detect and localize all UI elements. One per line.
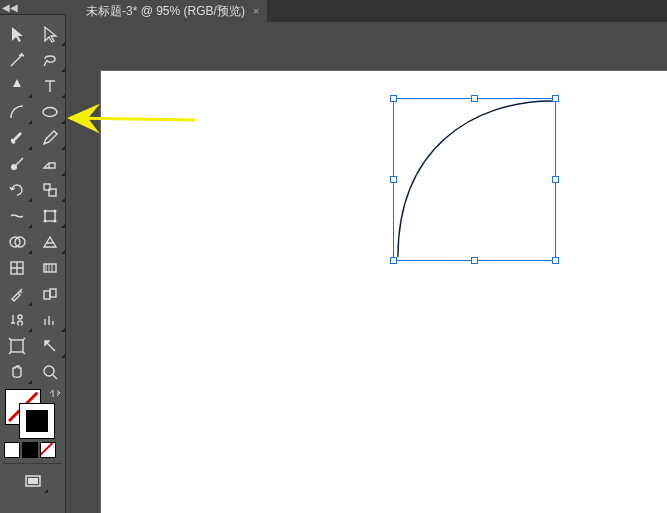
gradient-tool[interactable] — [33, 255, 66, 281]
svg-point-0 — [43, 108, 57, 117]
perspective-grid-tool[interactable] — [33, 229, 66, 255]
svg-point-17 — [44, 366, 54, 376]
handle-bl[interactable] — [390, 257, 397, 264]
svg-rect-4 — [45, 211, 55, 221]
color-mode-swatches — [0, 439, 65, 461]
color-mode-gradient[interactable] — [22, 442, 38, 458]
eraser-tool[interactable] — [33, 151, 66, 177]
handle-tm[interactable] — [471, 95, 478, 102]
magic-wand-tool[interactable] — [0, 47, 33, 73]
handle-tr[interactable] — [552, 95, 559, 102]
eyedropper-tool[interactable] — [0, 281, 33, 307]
artboard-tool[interactable] — [0, 333, 33, 359]
svg-point-8 — [53, 220, 56, 223]
arc-tool[interactable] — [0, 99, 33, 125]
handle-ml[interactable] — [390, 176, 397, 183]
swap-fill-stroke-icon[interactable] — [49, 389, 61, 401]
blend-tool[interactable] — [33, 281, 66, 307]
document-tab-title: 未标题-3* @ 95% (RGB/预览) — [86, 3, 245, 20]
blob-brush-tool[interactable] — [0, 151, 33, 177]
svg-rect-16 — [11, 340, 23, 352]
tool-panel — [0, 14, 66, 513]
lasso-tool[interactable] — [33, 47, 66, 73]
rotate-tool[interactable] — [0, 177, 33, 203]
zoom-tool[interactable] — [33, 359, 66, 385]
selection-bounding-box[interactable] — [393, 98, 556, 261]
color-mode-color[interactable] — [4, 442, 20, 458]
svg-point-15 — [18, 315, 22, 319]
document-tab[interactable]: 未标题-3* @ 95% (RGB/预览) × — [78, 0, 267, 22]
close-icon[interactable]: × — [253, 5, 259, 17]
paintbrush-tool[interactable] — [0, 125, 33, 151]
symbol-sprayer-tool[interactable] — [0, 307, 33, 333]
svg-point-6 — [53, 210, 56, 213]
color-mode-none[interactable] — [40, 442, 56, 458]
document-tab-bar: 未标题-3* @ 95% (RGB/预览) × — [78, 0, 667, 22]
free-transform-tool[interactable] — [33, 203, 66, 229]
width-tool[interactable] — [0, 203, 33, 229]
handle-mr[interactable] — [552, 176, 559, 183]
svg-rect-19 — [28, 478, 38, 484]
artboard[interactable] — [100, 70, 667, 513]
handle-br[interactable] — [552, 257, 559, 264]
scale-tool[interactable] — [33, 177, 66, 203]
pen-tool[interactable] — [0, 73, 33, 99]
fill-stroke-swatch[interactable] — [5, 389, 61, 437]
direct-selection-tool[interactable] — [33, 21, 66, 47]
svg-point-7 — [43, 220, 46, 223]
slice-tool[interactable] — [33, 333, 66, 359]
hand-tool[interactable] — [0, 359, 33, 385]
selection-tool[interactable] — [0, 21, 33, 47]
svg-rect-13 — [44, 291, 50, 299]
shape-builder-tool[interactable] — [0, 229, 33, 255]
svg-point-5 — [43, 210, 46, 213]
work-area[interactable] — [78, 22, 667, 513]
arc-path[interactable] — [394, 99, 555, 260]
column-graph-tool[interactable] — [33, 307, 66, 333]
ellipse-tool[interactable] — [33, 99, 66, 125]
stroke-swatch[interactable] — [19, 403, 55, 439]
type-tool[interactable] — [33, 73, 66, 99]
collapse-panels-icon[interactable]: ◀◀ — [2, 2, 18, 13]
handle-bm[interactable] — [471, 257, 478, 264]
screen-mode-button[interactable] — [16, 468, 49, 494]
handle-tl[interactable] — [390, 95, 397, 102]
svg-rect-14 — [50, 289, 56, 297]
mesh-tool[interactable] — [0, 255, 33, 281]
pencil-tool[interactable] — [33, 125, 66, 151]
